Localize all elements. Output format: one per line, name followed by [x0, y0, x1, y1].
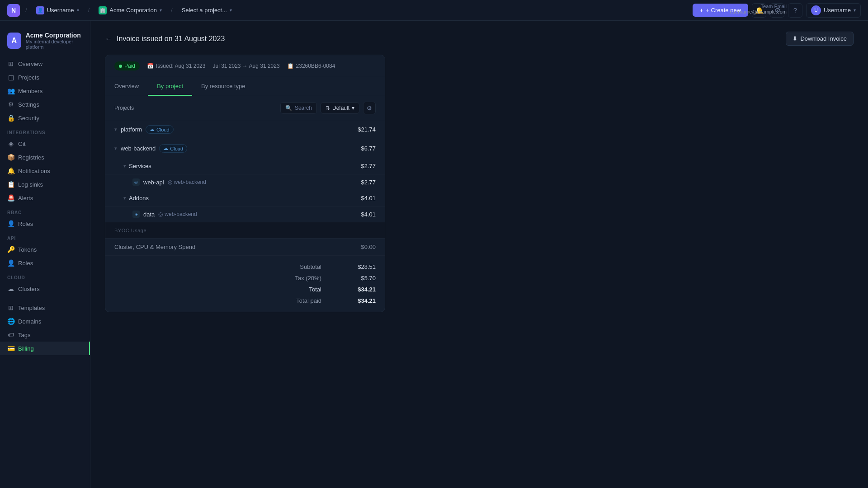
addons-section-row[interactable]: ▾ Addons $4.01: [105, 190, 385, 206]
filter-button[interactable]: ⚙: [363, 102, 376, 114]
sidebar-item-api-roles[interactable]: 👤 Roles: [0, 256, 90, 270]
project-search[interactable]: 🔍 Search: [280, 102, 317, 114]
sidebar-item-registries[interactable]: 📦 Registries: [0, 150, 90, 164]
breadcrumb-org-label: Acme Corporation: [109, 7, 157, 14]
back-button[interactable]: ←: [105, 35, 112, 43]
project-row-web-backend[interactable]: ▾ web-backend ☁ Cloud $6.77: [105, 139, 385, 158]
services-section-row[interactable]: ▾ Services $2.77: [105, 158, 385, 174]
sidebar-org-header: A Acme Corporation My internal developer…: [0, 28, 90, 57]
sidebar-item-alerts[interactable]: 🚨 Alerts: [0, 191, 90, 205]
sidebar-item-overview[interactable]: ⊞ Overview: [0, 57, 90, 70]
alerts-icon: 🚨: [7, 194, 14, 202]
tab-by-resource-type[interactable]: By resource type: [192, 77, 255, 96]
api-section-label: API: [0, 230, 90, 243]
team-email-area: Team Email username@example.com: [730, 4, 787, 14]
data-amount: $4.01: [361, 211, 376, 218]
sidebar-item-log-sinks[interactable]: 📋 Log sinks: [0, 178, 90, 191]
total-paid-value: $34.21: [349, 297, 376, 304]
org-name: Acme Corporation: [26, 32, 83, 39]
content-area: ← Invoice issued on 31 August 2023 ⬇ Dow…: [90, 21, 868, 488]
billing-icon: 💳: [7, 345, 14, 352]
sidebar-item-members[interactable]: 👥 Members: [0, 84, 90, 98]
subtotal-label: Subtotal: [285, 263, 321, 270]
sidebar-item-security[interactable]: 🔒 Security: [0, 111, 90, 125]
sidebar-item-tokens[interactable]: 🔑 Tokens: [0, 243, 90, 256]
nav-separator-2: /: [88, 7, 90, 14]
issued-date: 📅 Issued: Aug 31 2023: [147, 63, 205, 69]
addons-chevron-icon: ▾: [123, 195, 126, 201]
sidebar-label-api-roles: Roles: [18, 260, 33, 267]
sidebar-label-settings: Settings: [18, 101, 39, 108]
subtotal-row: Subtotal $28.51: [114, 261, 376, 272]
app-logo: N: [7, 4, 20, 17]
cloud-section-label: CLOUD: [0, 270, 90, 282]
tab-overview[interactable]: Overview: [105, 77, 148, 96]
sidebar-label-members: Members: [18, 88, 42, 94]
nav-separator: /: [25, 7, 27, 14]
project-row-platform-left: ▾ platform ☁ Cloud: [114, 125, 174, 134]
topnav: N / 👤 Username ▾ / 🏢 Acme Corporation ▾ …: [0, 0, 868, 21]
calendar-icon: 📅: [147, 63, 154, 69]
help-button[interactable]: ?: [788, 3, 802, 18]
api-roles-icon: 👤: [7, 259, 14, 267]
data-parent-label: web-backend: [165, 211, 197, 217]
tax-value: $5.70: [349, 275, 376, 282]
breadcrumb-user[interactable]: 👤 Username ▾: [33, 5, 83, 16]
nav-separator-3: /: [171, 7, 173, 14]
sidebar-label-log-sinks: Log sinks: [18, 181, 43, 188]
project-row-platform[interactable]: ▾ platform ☁ Cloud $21.74: [105, 120, 385, 139]
tokens-icon: 🔑: [7, 246, 14, 253]
integrations-section-label: INTEGRATIONS: [0, 125, 90, 137]
invoice-tabs: Overview By project By resource type: [105, 77, 385, 96]
sort-dropdown[interactable]: ⇅ Default ▾: [321, 102, 359, 114]
overview-icon: ⊞: [7, 60, 14, 67]
sidebar-item-billing[interactable]: 💳 Billing: [0, 342, 90, 355]
sidebar-item-settings[interactable]: ⚙ Settings: [0, 98, 90, 111]
data-sub: ◎ web-backend: [158, 211, 197, 217]
total-row: Total $34.21: [114, 284, 376, 295]
breadcrumb-project[interactable]: Select a project... ▾: [178, 5, 236, 15]
web-api-sub: ◎ web-backend: [168, 179, 206, 185]
item-row-data[interactable]: ◈ data ◎ web-backend $4.01: [105, 206, 385, 222]
user-icon: 👤: [36, 6, 44, 14]
totals-section: Subtotal $28.51 Tax (20%) $5.70 Total $3…: [105, 256, 385, 312]
invoice-id: 📋 23260BB6-0084: [287, 63, 335, 69]
byoc-item-amount: $0.00: [361, 244, 376, 250]
search-placeholder: Search: [295, 105, 312, 111]
sidebar-item-notifications[interactable]: 🔔 Notifications: [0, 164, 90, 178]
user-chevron-icon: ▾: [854, 8, 856, 13]
sidebar-item-projects[interactable]: ◫ Projects: [0, 70, 90, 84]
tab-by-project[interactable]: By project: [148, 77, 192, 96]
addons-name: Addons: [129, 195, 149, 202]
paid-label: Paid: [124, 63, 135, 69]
breadcrumb-user-label: Username: [47, 7, 74, 14]
breadcrumb-project-label: Select a project...: [182, 7, 227, 14]
sidebar-item-domains[interactable]: 🌐 Domains: [0, 314, 90, 328]
filter-icon: ⚙: [367, 105, 372, 112]
issued-text: Issued: Aug 31 2023: [156, 63, 205, 69]
sidebar-label-registries: Registries: [18, 154, 44, 161]
sidebar-item-templates[interactable]: ⊞ Templates: [0, 301, 90, 314]
user-menu[interactable]: U Username ▾: [806, 3, 861, 18]
item-row-data-left: ◈ data ◎ web-backend: [132, 211, 197, 218]
sidebar-label-billing: Billing: [18, 345, 34, 352]
item-row-web-api[interactable]: ◎ web-api ◎ web-backend $2.77: [105, 174, 385, 190]
tax-label: Tax (20%): [285, 275, 321, 282]
user-avatar: U: [811, 5, 821, 15]
tax-row: Tax (20%) $5.70: [114, 272, 376, 284]
sidebar-label-tags: Tags: [18, 332, 30, 338]
cloud-icon: ☁: [150, 127, 155, 132]
sidebar-item-rbac-roles[interactable]: 👤 Roles: [0, 217, 90, 230]
paid-badge: Paid: [114, 61, 140, 70]
sidebar-item-git[interactable]: ◈ Git: [0, 137, 90, 150]
web-api-item-icon: ◎: [132, 178, 140, 186]
sidebar-item-tags[interactable]: 🏷 Tags: [0, 328, 90, 342]
download-invoice-button[interactable]: ⬇ Download Invoice: [786, 32, 854, 46]
total-value: $34.21: [349, 286, 376, 293]
sidebar-item-clusters[interactable]: ☁ Clusters: [0, 282, 90, 296]
sidebar-label-projects: Projects: [18, 74, 39, 81]
breadcrumb-org[interactable]: 🏢 Acme Corporation ▾: [95, 5, 165, 16]
addons-amount: $4.01: [361, 195, 376, 202]
git-icon: ◈: [7, 140, 14, 147]
sort-icon: ⇅: [326, 105, 330, 111]
